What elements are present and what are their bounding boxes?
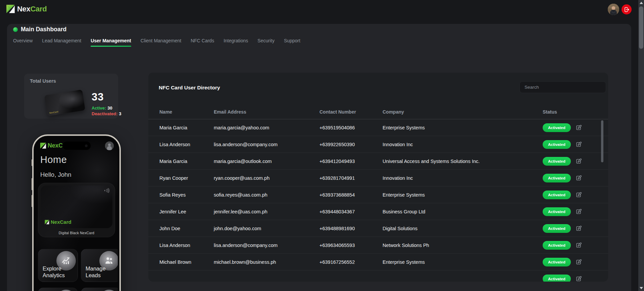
tab-nfc-cards[interactable]: NFC Cards (191, 38, 214, 47)
logout-button[interactable] (622, 4, 632, 14)
logout-icon (624, 7, 630, 12)
edit-button[interactable] (575, 259, 582, 265)
tile-partial[interactable] (38, 288, 78, 291)
column-header-email: Email Address (214, 109, 319, 115)
column-header-status: Status (543, 109, 608, 115)
edit-button[interactable] (575, 276, 582, 282)
scrollbar-thumb[interactable] (639, 6, 643, 49)
tile-explore-analytics[interactable]: ExploreAnalytics (38, 249, 78, 282)
status-badge[interactable]: Activated (543, 224, 571, 233)
cell-contact: +639488981690 (319, 226, 383, 231)
edit-icon (576, 242, 582, 248)
edit-button[interactable] (575, 175, 582, 181)
cell-status: Activated (543, 207, 608, 216)
search-input[interactable] (519, 81, 606, 93)
quick-action-tiles: ExploreAnalytics ManageLeads (38, 249, 118, 282)
scrollbar-down-arrow[interactable] (638, 285, 644, 291)
tab-integrations[interactable]: Integrations (224, 38, 248, 47)
table-row: Maria Garcia maria.garcia@outlook.com +6… (148, 153, 608, 170)
status-badge[interactable]: Activated (543, 174, 571, 182)
edit-icon (576, 192, 582, 198)
tab-client-management[interactable]: Client Management (141, 38, 181, 47)
phone-action-button (32, 159, 33, 166)
cell-email: lisa.anderson@company.com (214, 142, 319, 147)
phone-volume-down-button (32, 195, 33, 207)
status-badge[interactable]: Activated (543, 258, 571, 266)
status-badge[interactable]: Activated (543, 123, 571, 132)
edit-icon (576, 141, 582, 148)
cell-email: john.doe@yahoo.com (214, 226, 319, 231)
app-viewport: NexCard Main Dashboard OverviewLead Man (0, 0, 644, 291)
edit-button[interactable] (575, 208, 582, 215)
cell-company: Network Solutions Ph (383, 243, 543, 248)
cell-company: Enterprise Systems (383, 259, 543, 265)
cell-status: Activated (543, 258, 608, 266)
cell-status: Activated (543, 275, 608, 282)
status-badge[interactable]: Activated (543, 241, 571, 250)
tab-overview[interactable]: Overview (13, 38, 33, 47)
cell-company: Enterprise Systems (383, 125, 543, 130)
table-row: Activated (148, 271, 608, 282)
cell-email: maria.garcia@yahoo.com (214, 125, 319, 130)
edit-icon (576, 209, 582, 215)
table-row: Michael Brown michael.brown@business.ph … (148, 254, 608, 271)
tab-user-management[interactable]: User Management (91, 38, 131, 47)
edit-icon (576, 175, 582, 181)
status-badge[interactable]: Activated (543, 140, 571, 149)
cell-company: Digital Solutions (383, 226, 543, 231)
phone-volume-up-button (32, 178, 33, 190)
edit-icon (576, 259, 582, 265)
tab-security[interactable]: Security (257, 38, 275, 47)
nfc-user-directory-panel: NFC Card User Directory Name Email Addre… (148, 73, 608, 282)
total-users-value: 33 (92, 91, 104, 103)
table-row: Sofia Reyes sofia.reyes@uas.com.ph +6393… (148, 186, 608, 203)
tab-support[interactable]: Support (284, 38, 300, 47)
edit-button[interactable] (575, 242, 582, 249)
tile-label: ManageLeads (86, 265, 106, 279)
digital-card-widget[interactable]: NexCard Digital Black NexCard (38, 183, 115, 237)
scrollbar-up-arrow[interactable] (638, 0, 644, 6)
edit-button[interactable] (575, 124, 582, 131)
cell-email: lisa.anderson@company.com (214, 243, 319, 248)
cell-email: ryan.cooper@uas.com.ph (214, 175, 319, 181)
status-badge[interactable]: Activated (543, 275, 571, 282)
table-row: Lisa Anderson lisa.anderson@company.com … (148, 237, 608, 254)
column-header-company: Company (383, 109, 543, 115)
dynamic-island (62, 141, 91, 150)
phone-screen: NexCard Home Hello, John (35, 137, 118, 291)
tile-partial[interactable] (81, 288, 118, 291)
tile-manage-leads[interactable]: ManageLeads (81, 249, 118, 282)
status-badge[interactable]: Activated (543, 157, 571, 166)
nfc-wave-icon (104, 188, 109, 194)
user-avatar[interactable] (608, 4, 619, 15)
total-users-label: Total Users (30, 78, 56, 84)
browser-scrollbar[interactable] (638, 0, 644, 291)
cell-status: Activated (543, 191, 608, 199)
top-bar: NexCard (0, 0, 638, 19)
edit-button[interactable] (575, 158, 582, 165)
cell-contact: +639519504086 (319, 125, 383, 130)
edit-button[interactable] (575, 192, 582, 198)
status-badge[interactable]: Activated (543, 207, 571, 216)
cell-status: Activated (543, 241, 608, 250)
cell-name: Ryan Cooper (159, 175, 214, 181)
phone-user-avatar[interactable] (105, 141, 114, 150)
status-badge[interactable]: Activated (543, 191, 571, 199)
table-header-row: Name Email Address Contact Number Compan… (148, 105, 608, 119)
table-row: Lisa Anderson lisa.anderson@company.com … (148, 136, 608, 153)
cell-email: maria.garcia@outlook.com (214, 159, 319, 164)
status-dot (13, 27, 18, 32)
table-scrollbar-thumb[interactable] (601, 120, 603, 162)
cell-name: Sofia Reyes (159, 192, 214, 198)
cell-company: Universal Access and Systems Solutions I… (383, 159, 543, 164)
cell-contact: +639448034367 (319, 209, 383, 214)
edit-icon (576, 276, 582, 282)
cell-company: Business Group Ltd (383, 209, 543, 214)
brand-logo-icon (6, 4, 15, 13)
edit-button[interactable] (575, 141, 582, 148)
tab-lead-management[interactable]: Lead Management (42, 38, 81, 47)
phone-greeting: Hello, John (40, 171, 71, 178)
card-brand-logo: NexCard (45, 219, 71, 225)
edit-button[interactable] (575, 225, 582, 232)
cell-email: jennifer.lee@uas.com.ph (214, 209, 319, 214)
